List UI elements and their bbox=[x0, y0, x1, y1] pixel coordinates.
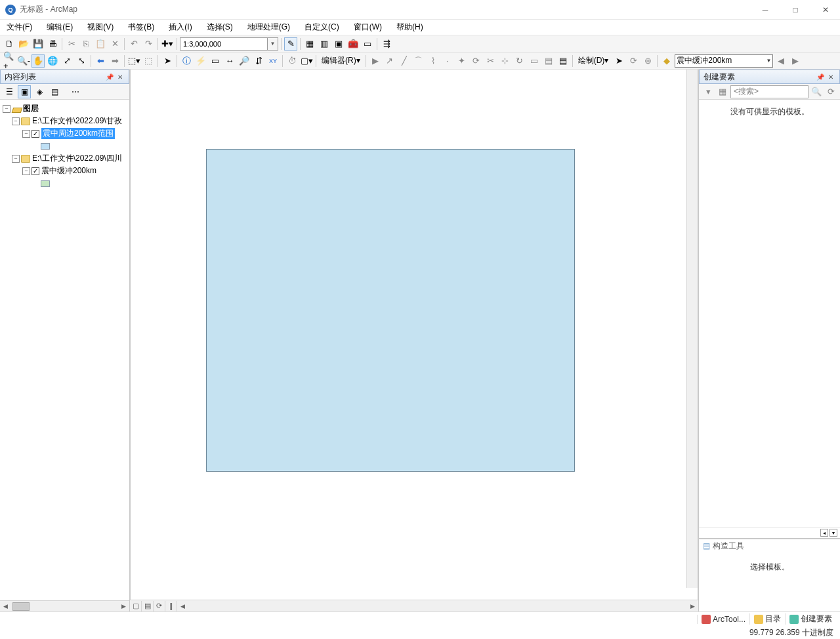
edit-vertices-button[interactable]: ✦ bbox=[455, 54, 469, 68]
layer-checkbox[interactable] bbox=[32, 130, 39, 138]
add-data-button[interactable]: ✚▾ bbox=[161, 37, 174, 51]
table-button[interactable]: ▦ bbox=[303, 37, 316, 51]
draw-select-button[interactable]: ➤ bbox=[612, 54, 625, 68]
edit-annotation-button[interactable]: ↗ bbox=[383, 54, 396, 68]
scroll-thumb[interactable] bbox=[12, 602, 30, 611]
editor-toolbar-button[interactable]: ✎ bbox=[284, 37, 297, 51]
search-button[interactable]: 🔍 bbox=[810, 85, 823, 98]
cf-collapse-button[interactable]: ◂ bbox=[820, 529, 828, 537]
layer-prev-button[interactable]: ◀ bbox=[774, 54, 788, 68]
undo-button[interactable]: ↶ bbox=[127, 37, 140, 51]
time-slider-button[interactable]: ⏱ bbox=[285, 54, 299, 68]
straight-segment-button[interactable]: ╱ bbox=[398, 54, 411, 68]
save-button[interactable]: 💾 bbox=[32, 37, 45, 51]
scale-input[interactable]: 1:3,000,000 bbox=[180, 37, 268, 51]
pan-button[interactable]: ✋ bbox=[32, 54, 45, 68]
layer-next-button[interactable]: ▶ bbox=[789, 54, 802, 68]
list-by-drawing-order-button[interactable]: ☰ bbox=[3, 85, 16, 98]
find-button[interactable]: 🔎 bbox=[238, 54, 251, 68]
trace-button[interactable]: ⌇ bbox=[427, 54, 440, 68]
polygon-symbol-icon[interactable] bbox=[41, 180, 50, 187]
list-by-selection-button[interactable]: ▤ bbox=[48, 85, 61, 98]
menu-selection[interactable]: 选择(S) bbox=[204, 20, 236, 34]
fixed-zoom-in-button[interactable]: ⤢ bbox=[60, 54, 74, 68]
clear-selection-button[interactable]: ⬚ bbox=[142, 54, 155, 68]
select-elements-button[interactable]: ➤ bbox=[161, 54, 174, 68]
menu-edit[interactable]: 编辑(E) bbox=[44, 20, 75, 34]
pause-drawing-button[interactable]: ‖ bbox=[165, 601, 177, 611]
model-builder-button[interactable]: ⇶ bbox=[380, 37, 393, 51]
open-button[interactable]: 📂 bbox=[17, 37, 30, 51]
expander-icon[interactable]: − bbox=[12, 155, 20, 163]
tree-root-label[interactable]: 图层 bbox=[23, 103, 39, 114]
target-layer-dropdown[interactable]: 震中缓冲200km ▼ bbox=[675, 54, 773, 68]
search-window-button[interactable]: ▣ bbox=[332, 37, 345, 51]
cut-button[interactable]: ✂ bbox=[65, 37, 78, 51]
filter-button[interactable]: ▾ bbox=[702, 85, 715, 98]
scroll-left-icon[interactable]: ◀ bbox=[177, 603, 188, 609]
menu-window[interactable]: 窗口(W) bbox=[351, 20, 385, 34]
expander-icon[interactable]: − bbox=[22, 167, 30, 175]
select-features-button[interactable]: ⬚▾ bbox=[127, 54, 140, 68]
group2-label[interactable]: E:\工作文件\2022.09\四川 bbox=[32, 153, 122, 164]
cf-pin-button[interactable]: 📌 bbox=[816, 72, 825, 81]
menu-help[interactable]: 帮助(H) bbox=[394, 20, 426, 34]
edit-tool-button[interactable]: ▶ bbox=[369, 54, 382, 68]
print-button[interactable]: 🖶 bbox=[46, 37, 59, 51]
measure-button[interactable]: ↔ bbox=[223, 54, 236, 68]
reshape-button[interactable]: ⟳ bbox=[470, 54, 483, 68]
scroll-left-icon[interactable]: ◀ bbox=[0, 602, 11, 611]
editor-menu[interactable]: 编辑器(R)▾ bbox=[319, 55, 363, 66]
toc-pin-button[interactable]: 📌 bbox=[105, 72, 114, 81]
layer2-label[interactable]: 震中缓冲200km bbox=[41, 165, 96, 176]
minimize-button[interactable]: ─ bbox=[756, 3, 774, 17]
create-features-button[interactable]: ▤ bbox=[556, 54, 570, 68]
zoom-in-button[interactable]: 🔍+ bbox=[3, 54, 16, 68]
polygon-symbol-icon[interactable] bbox=[41, 143, 50, 150]
layer1-label[interactable]: 震中周边200km范围 bbox=[41, 128, 115, 139]
hyperlink-button[interactable]: ⚡ bbox=[194, 54, 207, 68]
paste-button[interactable]: 📋 bbox=[94, 37, 107, 51]
list-by-source-button[interactable]: ▣ bbox=[18, 85, 31, 98]
status-tab-arctoolbox[interactable]: ArcTool... bbox=[697, 615, 749, 624]
fixed-zoom-out-button[interactable]: ⤡ bbox=[75, 54, 88, 68]
menu-customize[interactable]: 自定义(C) bbox=[302, 20, 342, 34]
cf-close-button[interactable]: ✕ bbox=[826, 72, 835, 81]
scroll-right-icon[interactable]: ▶ bbox=[687, 603, 698, 609]
scroll-right-icon[interactable]: ▶ bbox=[118, 602, 129, 611]
template-search-input[interactable]: <搜索> bbox=[730, 85, 808, 98]
back-button[interactable]: ⬅ bbox=[94, 54, 107, 68]
toc-close-button[interactable]: ✕ bbox=[116, 72, 125, 81]
full-extent-button[interactable]: 🌐 bbox=[46, 54, 59, 68]
menu-view[interactable]: 视图(V) bbox=[85, 20, 116, 34]
cf-expand-button[interactable]: ▾ bbox=[830, 529, 837, 537]
status-tab-catalog[interactable]: 目录 bbox=[749, 613, 785, 625]
layout-view-button[interactable]: ▤ bbox=[142, 601, 154, 611]
draw-menu[interactable]: 绘制(D)▾ bbox=[576, 55, 612, 66]
cut-polygons-button[interactable]: ✂ bbox=[484, 54, 497, 68]
data-view-button[interactable]: ▢ bbox=[130, 601, 142, 611]
python-window-button[interactable]: ▭ bbox=[361, 37, 374, 51]
toc-options-button[interactable]: ⋯ bbox=[69, 85, 82, 98]
catalog-window-button[interactable]: ▥ bbox=[318, 37, 331, 51]
menu-bookmarks[interactable]: 书签(B) bbox=[125, 20, 157, 34]
layer-checkbox[interactable] bbox=[32, 167, 39, 175]
arctoolbox-button[interactable]: 🧰 bbox=[346, 37, 360, 51]
copy-button[interactable]: ⎘ bbox=[79, 37, 93, 51]
redo-button[interactable]: ↷ bbox=[142, 37, 155, 51]
status-tab-create-features[interactable]: 创建要素 bbox=[785, 613, 836, 625]
create-viewer-button[interactable]: ▢▾ bbox=[300, 54, 313, 68]
clear-search-button[interactable]: ⟳ bbox=[824, 85, 837, 98]
maximize-button[interactable]: □ bbox=[786, 3, 805, 17]
expander-icon[interactable]: − bbox=[3, 105, 10, 113]
list-by-visibility-button[interactable]: ◈ bbox=[33, 85, 46, 98]
sketch-properties-button[interactable]: ▤ bbox=[542, 54, 555, 68]
draw-rotate-button[interactable]: ⟳ bbox=[627, 54, 640, 68]
expander-icon[interactable]: − bbox=[12, 117, 20, 125]
scale-dropdown[interactable]: ▼ bbox=[268, 37, 278, 51]
go-to-xy-button[interactable]: XY bbox=[266, 54, 280, 68]
zoom-out-button[interactable]: 🔍- bbox=[17, 54, 30, 68]
split-button[interactable]: ⊹ bbox=[499, 54, 512, 68]
draw-zoom-button[interactable]: ⊕ bbox=[641, 54, 654, 68]
forward-button[interactable]: ➡ bbox=[108, 54, 121, 68]
